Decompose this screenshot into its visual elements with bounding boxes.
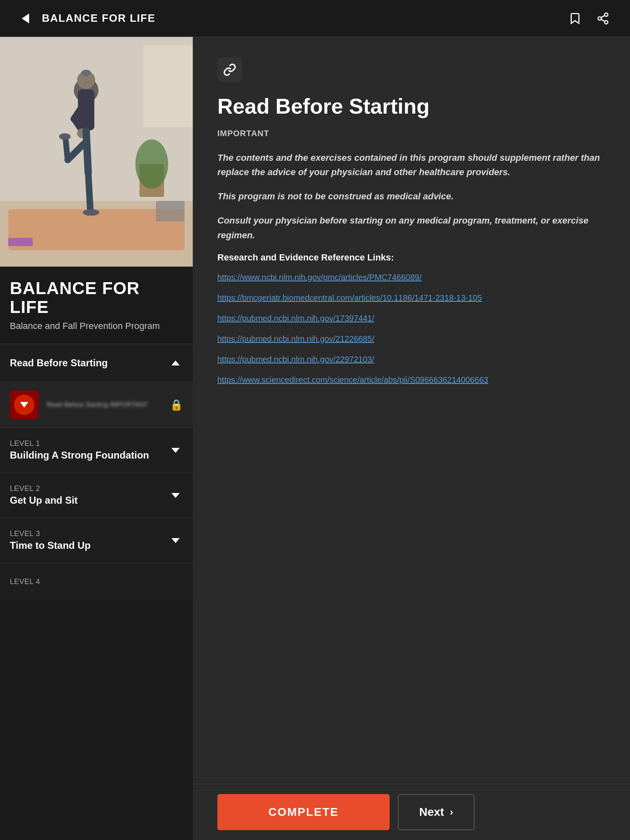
accordion-label-level2: LEVEL 2 Get Up and Sit — [10, 484, 78, 506]
next-arrow-icon: › — [450, 806, 453, 818]
svg-point-0 — [605, 13, 608, 16]
accordion-title-read-before: Read Before Starting — [10, 357, 108, 369]
program-subtitle: Balance and Fall Prevention Program — [10, 321, 183, 331]
chevron-down-shape-level3 — [171, 538, 180, 543]
svg-point-1 — [598, 17, 601, 20]
header: BALANCE FOR LIFE — [0, 0, 630, 37]
next-label: Next — [419, 806, 444, 819]
accordion-header-level4[interactable]: LEVEL 4 — [0, 563, 193, 600]
accordion-title-level1: Building A Strong Foundation — [10, 450, 149, 461]
disclaimer-paragraph-1: The contents and the exercises contained… — [217, 151, 605, 179]
svg-line-25 — [66, 139, 68, 160]
left-panel: BALANCE FOR LIFE Balance and Fall Preven… — [0, 37, 193, 840]
program-title: BALANCE FOR LIFE — [10, 279, 183, 317]
accordion-title-level2: Get Up and Sit — [10, 495, 78, 506]
accordion-item-level1: LEVEL 1 Building A Strong Foundation — [0, 427, 193, 472]
accordion-header-read-before[interactable]: Read Before Starting — [0, 344, 193, 382]
accordion-title-level3: Time to Stand Up — [10, 540, 91, 551]
references-title: Research and Evidence Reference Links: — [217, 252, 605, 263]
accordion-level-level2: LEVEL 2 — [10, 484, 78, 493]
svg-rect-13 — [8, 238, 33, 246]
accordion-label-level1: LEVEL 1 Building A Strong Foundation — [10, 439, 149, 461]
chevron-up-icon — [168, 356, 183, 370]
chevron-down-shape-level2 — [171, 493, 180, 498]
link-badge-icon — [223, 63, 236, 76]
content-title: Read Before Starting — [217, 94, 605, 119]
back-button[interactable] — [16, 9, 34, 27]
reference-link-3[interactable]: https://pubmed.ncbi.nlm.nih.gov/17397441… — [217, 312, 605, 324]
header-right — [564, 8, 614, 29]
download-icon — [20, 402, 28, 408]
share-button[interactable] — [592, 8, 614, 29]
svg-rect-7 — [144, 45, 193, 127]
chevron-down-icon-level1 — [168, 443, 183, 458]
lesson-item[interactable]: Read Before Starting IMPORTANT 🔒 — [0, 382, 193, 427]
chevron-up-shape — [171, 361, 180, 365]
reference-link-4[interactable]: https://pubmed.ncbi.nlm.nih.gov/21226685… — [217, 333, 605, 345]
accordion-header-level1[interactable]: LEVEL 1 Building A Strong Foundation — [0, 428, 193, 472]
accordion-item-read-before: Read Before Starting Read Befor — [0, 344, 193, 427]
accordion-label-level3: LEVEL 3 Time to Stand Up — [10, 530, 91, 551]
right-panel: Read Before Starting IMPORTANT The conte… — [193, 37, 630, 840]
lesson-text: Read Before Starting IMPORTANT — [47, 401, 183, 409]
lesson-thumb-inner — [14, 395, 34, 415]
accordion-label-level4: LEVEL 4 — [10, 578, 40, 586]
accordion-level-level4: LEVEL 4 — [10, 578, 40, 586]
lock-icon: 🔒 — [170, 399, 183, 411]
share-icon — [596, 12, 609, 25]
disclaimer-paragraph-2: This program is not to be construed as m… — [217, 189, 605, 203]
accordion-level-level3: LEVEL 3 — [10, 530, 91, 538]
svg-point-10 — [135, 139, 168, 189]
chevron-down-shape-level1 — [171, 448, 180, 453]
disclaimer-paragraph-3: Consult your physician before starting o… — [217, 213, 605, 242]
complete-button[interactable]: COMPLETE — [217, 794, 390, 830]
svg-line-21 — [86, 130, 88, 172]
chevron-down-icon-level3 — [168, 533, 183, 548]
accordion-header-level2[interactable]: LEVEL 2 Get Up and Sit — [0, 473, 193, 518]
link-badge-button[interactable] — [217, 57, 242, 82]
main-layout: BALANCE FOR LIFE Balance and Fall Preven… — [0, 37, 630, 840]
accordion-content-read-before: Read Before Starting IMPORTANT 🔒 — [0, 382, 193, 427]
reference-link-5[interactable]: https://pubmed.ncbi.nlm.nih.gov/22972103… — [217, 353, 605, 365]
next-button[interactable]: Next › — [398, 794, 475, 830]
bottom-actions: COMPLETE Next › — [193, 784, 630, 840]
accordion-item-level4: LEVEL 4 — [0, 563, 193, 600]
svg-line-3 — [601, 19, 605, 21]
svg-point-26 — [59, 133, 71, 140]
reference-link-2[interactable]: https://bmcgeriatr.biomedcentral.com/art… — [217, 292, 605, 304]
lesson-thumbnail — [10, 390, 39, 419]
header-left: BALANCE FOR LIFE — [16, 9, 155, 27]
important-label: IMPORTANT — [217, 129, 605, 138]
program-info: BALANCE FOR LIFE Balance and Fall Preven… — [0, 267, 193, 331]
accordion-item-level3: LEVEL 3 Time to Stand Up — [0, 518, 193, 563]
svg-line-22 — [88, 172, 90, 209]
accordion-label-read-before: Read Before Starting — [10, 357, 108, 369]
accordion-header-level3[interactable]: LEVEL 3 Time to Stand Up — [0, 518, 193, 563]
hero-image — [0, 37, 193, 267]
reference-link-1[interactable]: https://www.ncbi.nlm.nih.gov/pmc/article… — [217, 271, 605, 283]
accordion-level-level1: LEVEL 1 — [10, 439, 149, 448]
bookmark-button[interactable] — [564, 8, 586, 29]
svg-point-16 — [81, 70, 91, 76]
svg-line-4 — [601, 15, 605, 17]
chevron-down-icon-level2 — [168, 488, 183, 503]
svg-point-23 — [83, 209, 99, 216]
back-icon — [22, 14, 29, 23]
svg-rect-12 — [156, 201, 185, 221]
accordion: Read Before Starting Read Befor — [0, 344, 193, 600]
bookmark-icon — [568, 12, 582, 25]
reference-link-6[interactable]: https://www.sciencedirect.com/science/ar… — [217, 374, 605, 386]
hero-illustration — [0, 37, 193, 267]
svg-point-2 — [605, 21, 608, 24]
accordion-item-level2: LEVEL 2 Get Up and Sit — [0, 472, 193, 518]
header-title: BALANCE FOR LIFE — [42, 12, 155, 25]
